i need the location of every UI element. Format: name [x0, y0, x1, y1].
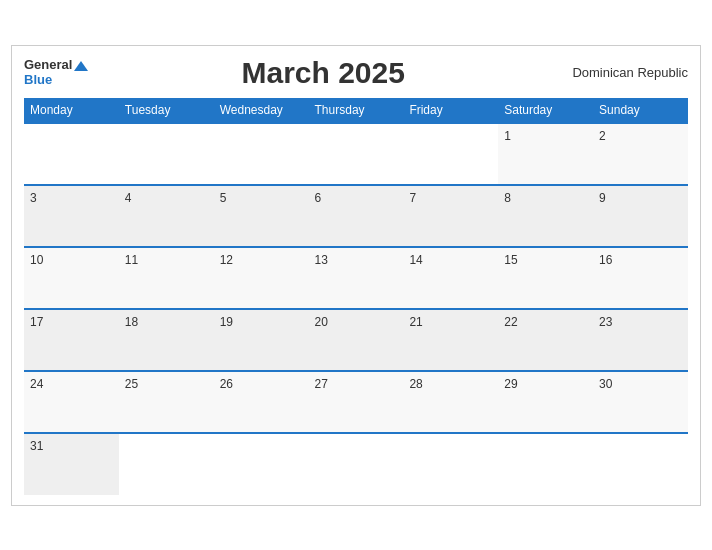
calendar-day-cell [119, 433, 214, 495]
day-number: 20 [315, 315, 328, 329]
day-number: 30 [599, 377, 612, 391]
calendar-day-cell: 6 [309, 185, 404, 247]
calendar-day-cell: 2 [593, 123, 688, 185]
day-number: 7 [409, 191, 416, 205]
calendar-week-row: 31 [24, 433, 688, 495]
calendar-day-cell: 16 [593, 247, 688, 309]
day-number: 27 [315, 377, 328, 391]
day-number: 25 [125, 377, 138, 391]
calendar-day-cell: 25 [119, 371, 214, 433]
calendar-day-cell [214, 123, 309, 185]
day-number: 8 [504, 191, 511, 205]
calendar-day-cell: 17 [24, 309, 119, 371]
logo-general-text: General [24, 58, 88, 72]
calendar-title: March 2025 [88, 56, 558, 90]
weekday-row: Monday Tuesday Wednesday Thursday Friday… [24, 98, 688, 123]
calendar-body: 1234567891011121314151617181920212223242… [24, 123, 688, 495]
weekday-wednesday: Wednesday [214, 98, 309, 123]
day-number: 19 [220, 315, 233, 329]
weekday-saturday: Saturday [498, 98, 593, 123]
calendar-day-cell [403, 433, 498, 495]
day-number: 3 [30, 191, 37, 205]
calendar-day-cell: 1 [498, 123, 593, 185]
calendar-grid: Monday Tuesday Wednesday Thursday Friday… [24, 98, 688, 495]
day-number: 15 [504, 253, 517, 267]
calendar-week-row: 12 [24, 123, 688, 185]
calendar-day-cell: 3 [24, 185, 119, 247]
calendar-day-cell: 27 [309, 371, 404, 433]
weekday-sunday: Sunday [593, 98, 688, 123]
calendar-day-cell: 29 [498, 371, 593, 433]
day-number: 22 [504, 315, 517, 329]
logo-blue-text: Blue [24, 73, 52, 87]
calendar-day-cell: 4 [119, 185, 214, 247]
calendar-day-cell [593, 433, 688, 495]
calendar-day-cell: 8 [498, 185, 593, 247]
day-number: 18 [125, 315, 138, 329]
day-number: 4 [125, 191, 132, 205]
day-number: 13 [315, 253, 328, 267]
calendar-day-cell: 31 [24, 433, 119, 495]
calendar-day-cell: 23 [593, 309, 688, 371]
day-number: 5 [220, 191, 227, 205]
calendar-day-cell: 28 [403, 371, 498, 433]
day-number: 24 [30, 377, 43, 391]
day-number: 21 [409, 315, 422, 329]
day-number: 10 [30, 253, 43, 267]
day-number: 12 [220, 253, 233, 267]
calendar-day-cell [309, 123, 404, 185]
calendar-day-cell: 19 [214, 309, 309, 371]
day-number: 29 [504, 377, 517, 391]
weekday-thursday: Thursday [309, 98, 404, 123]
calendar-day-cell: 14 [403, 247, 498, 309]
weekday-monday: Monday [24, 98, 119, 123]
day-number: 26 [220, 377, 233, 391]
day-number: 2 [599, 129, 606, 143]
calendar-week-row: 10111213141516 [24, 247, 688, 309]
calendar-day-cell [403, 123, 498, 185]
calendar-header: General Blue March 2025 Dominican Republ… [24, 56, 688, 90]
day-number: 17 [30, 315, 43, 329]
weekday-tuesday: Tuesday [119, 98, 214, 123]
calendar-day-cell [214, 433, 309, 495]
calendar-day-cell: 26 [214, 371, 309, 433]
day-number: 31 [30, 439, 43, 453]
calendar-day-cell: 5 [214, 185, 309, 247]
calendar-day-cell: 11 [119, 247, 214, 309]
calendar-day-cell: 7 [403, 185, 498, 247]
calendar-weekday-header: Monday Tuesday Wednesday Thursday Friday… [24, 98, 688, 123]
day-number: 9 [599, 191, 606, 205]
calendar-day-cell [119, 123, 214, 185]
calendar-week-row: 17181920212223 [24, 309, 688, 371]
calendar-day-cell: 13 [309, 247, 404, 309]
day-number: 11 [125, 253, 138, 267]
calendar-day-cell [24, 123, 119, 185]
day-number: 28 [409, 377, 422, 391]
day-number: 16 [599, 253, 612, 267]
day-number: 14 [409, 253, 422, 267]
calendar-day-cell: 9 [593, 185, 688, 247]
calendar-day-cell: 18 [119, 309, 214, 371]
calendar-day-cell: 15 [498, 247, 593, 309]
calendar-container: General Blue March 2025 Dominican Republ… [11, 45, 701, 506]
calendar-week-row: 24252627282930 [24, 371, 688, 433]
logo: General Blue [24, 58, 88, 87]
calendar-day-cell: 22 [498, 309, 593, 371]
calendar-day-cell [309, 433, 404, 495]
weekday-friday: Friday [403, 98, 498, 123]
calendar-week-row: 3456789 [24, 185, 688, 247]
logo-triangle-icon [74, 61, 88, 71]
calendar-day-cell: 24 [24, 371, 119, 433]
calendar-country: Dominican Republic [558, 65, 688, 80]
calendar-day-cell: 20 [309, 309, 404, 371]
calendar-day-cell: 30 [593, 371, 688, 433]
calendar-day-cell: 10 [24, 247, 119, 309]
calendar-day-cell: 12 [214, 247, 309, 309]
day-number: 1 [504, 129, 511, 143]
calendar-day-cell [498, 433, 593, 495]
day-number: 23 [599, 315, 612, 329]
calendar-day-cell: 21 [403, 309, 498, 371]
day-number: 6 [315, 191, 322, 205]
